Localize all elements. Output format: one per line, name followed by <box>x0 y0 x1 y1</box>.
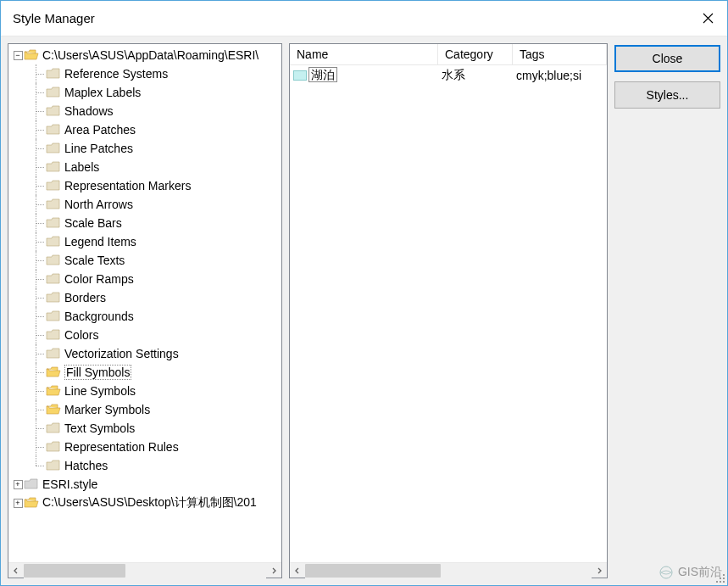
expand-toggle[interactable]: − <box>12 49 24 61</box>
expand-toggle[interactable]: + <box>12 478 24 490</box>
tree-connector <box>29 456 46 475</box>
scroll-track[interactable] <box>24 563 266 578</box>
folder-closed-icon <box>46 68 61 80</box>
tree-connector <box>29 419 46 438</box>
tree-child-node[interactable]: Line Symbols <box>8 382 281 400</box>
column-header-tags[interactable]: Tags <box>513 44 607 64</box>
tree-connector <box>29 83 46 102</box>
tree-connector <box>29 270 46 288</box>
folder-icon <box>24 478 39 490</box>
tree-hscrollbar[interactable] <box>8 562 281 578</box>
column-header-name[interactable]: Name <box>290 44 438 64</box>
tree-connector <box>29 288 46 307</box>
list-body[interactable]: 湖泊 水系 cmyk;blue;si <box>290 65 607 562</box>
titlebar: Style Manager <box>1 1 727 36</box>
list-header: Name Category Tags <box>290 44 607 65</box>
scroll-right-button[interactable] <box>266 563 281 578</box>
cell-category: 水系 <box>442 68 516 83</box>
folder-open-icon <box>46 404 61 416</box>
fill-symbol-swatch <box>293 70 307 81</box>
tree-child-node[interactable]: Text Symbols <box>8 419 281 438</box>
folder-open-icon <box>24 497 39 509</box>
scroll-thumb[interactable] <box>24 564 125 578</box>
tree-root-node[interactable]: + ESRI.style <box>8 475 281 494</box>
tree-connector <box>29 64 46 83</box>
button-panel: Close Styles... <box>614 43 720 578</box>
item-name[interactable]: 湖泊 <box>308 67 337 82</box>
tree-child-node[interactable]: Labels <box>8 158 281 176</box>
tree-node-label: Legend Items <box>64 235 136 248</box>
list-item[interactable]: 湖泊 水系 cmyk;blue;si <box>293 67 603 84</box>
tree-child-node[interactable]: Representation Rules <box>8 438 281 456</box>
tree-node-label: Maplex Labels <box>64 86 141 99</box>
tree-child-node[interactable]: Color Ramps <box>8 270 281 288</box>
tree-node-label: Marker Symbols <box>64 403 150 416</box>
tree-children-list: Reference SystemsMaplex LabelsShadowsAre… <box>8 64 281 475</box>
folder-open-icon <box>46 385 61 397</box>
tree-node-label: Scale Bars <box>64 216 122 230</box>
tree-node-label: Backgrounds <box>64 310 134 323</box>
list-hscrollbar[interactable] <box>290 562 607 578</box>
scroll-thumb[interactable] <box>305 564 441 578</box>
tree-node-label: Vectorization Settings <box>64 347 179 360</box>
tree-node-label: Text Symbols <box>64 421 135 435</box>
tree-child-node[interactable]: Scale Texts <box>8 251 281 270</box>
tree-connector <box>29 307 46 326</box>
tree-child-node[interactable]: Vectorization Settings <box>8 344 281 363</box>
tree-child-node[interactable]: Maplex Labels <box>8 83 281 102</box>
tree-node-label: Fill Symbols <box>64 365 131 380</box>
folder-closed-icon <box>46 87 61 98</box>
resize-grip[interactable] <box>714 572 726 584</box>
tree-node-label: Hatches <box>64 459 108 472</box>
tree-connector <box>29 400 46 419</box>
tree-connector <box>29 158 46 176</box>
tree-child-node[interactable]: Backgrounds <box>8 307 281 326</box>
tree-child-node[interactable]: Scale Bars <box>8 214 281 232</box>
scroll-left-button[interactable] <box>8 563 24 578</box>
folder-closed-icon <box>46 105 61 117</box>
tree-child-node[interactable]: Fill Symbols <box>8 363 281 382</box>
window-close-button[interactable] <box>688 1 727 36</box>
scroll-track[interactable] <box>305 563 592 578</box>
folder-closed-icon <box>46 348 61 360</box>
tree-child-node[interactable]: Representation Markers <box>8 176 281 195</box>
folder-open-icon <box>46 366 61 378</box>
style-manager-window: Style Manager − C:\Users\ASUS\AppData\Ro… <box>0 0 728 586</box>
folder-closed-icon <box>46 329 61 341</box>
tree-connector <box>29 251 46 270</box>
tree-node-label: ESRI.style <box>42 477 97 491</box>
tree-node-label: Line Patches <box>64 142 133 155</box>
tree-root-node[interactable]: − C:\Users\ASUS\AppData\Roaming\ESRI\ <box>8 46 281 64</box>
tree-child-node[interactable]: Legend Items <box>8 232 281 251</box>
tree-node-label: Representation Markers <box>64 179 191 193</box>
tree-connector <box>29 120 46 139</box>
expand-toggle[interactable]: + <box>12 497 24 509</box>
tree-connector <box>29 326 46 344</box>
folder-closed-icon <box>46 142 61 154</box>
tree-node-label: North Arrows <box>64 198 133 211</box>
tree-connector <box>29 232 46 251</box>
chevron-left-icon <box>294 567 301 574</box>
tree-child-node[interactable]: Hatches <box>8 456 281 475</box>
scroll-right-button[interactable] <box>592 563 607 578</box>
tree-child-node[interactable]: Colors <box>8 326 281 344</box>
folder-closed-icon <box>46 460 61 472</box>
tree-child-node[interactable]: Reference Systems <box>8 64 281 83</box>
tree-child-node[interactable]: Borders <box>8 288 281 307</box>
tree-child-node[interactable]: Shadows <box>8 102 281 120</box>
tree-child-node[interactable]: Line Patches <box>8 139 281 158</box>
svg-point-0 <box>660 566 672 578</box>
scroll-left-button[interactable] <box>290 563 305 578</box>
tree-connector <box>29 363 46 382</box>
tree-root-node[interactable]: + C:\Users\ASUS\Desktop\计算机制图\201 <box>8 494 281 512</box>
column-header-category[interactable]: Category <box>438 44 513 64</box>
styles-button[interactable]: Styles... <box>614 81 720 109</box>
tree-child-node[interactable]: Area Patches <box>8 120 281 139</box>
tree-node-label: Colors <box>64 328 98 342</box>
tree-node-label: Color Ramps <box>64 272 134 286</box>
close-button[interactable]: Close <box>614 45 720 72</box>
tree-child-node[interactable]: North Arrows <box>8 195 281 214</box>
tree-container[interactable]: − C:\Users\ASUS\AppData\Roaming\ESRI\ Re… <box>8 44 281 562</box>
tree-node-label: C:\Users\ASUS\Desktop\计算机制图\201 <box>42 495 257 511</box>
tree-child-node[interactable]: Marker Symbols <box>8 400 281 419</box>
